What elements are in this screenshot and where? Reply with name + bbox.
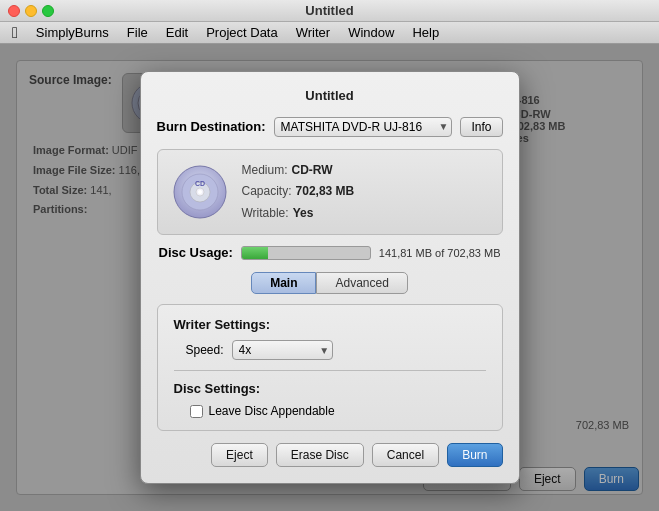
- leave-appendable-label: Leave Disc Appendable: [209, 404, 335, 418]
- erase-disc-button[interactable]: Erase Disc: [276, 443, 364, 467]
- menu-window[interactable]: Window: [340, 23, 402, 42]
- capacity-value: 702,83 MB: [296, 181, 355, 203]
- burn-button[interactable]: Burn: [447, 443, 502, 467]
- drive-select-wrapper[interactable]: MATSHITA DVD-R UJ-816 ▼: [274, 117, 453, 137]
- apple-menu[interactable]: : [4, 22, 26, 44]
- leave-appendable-checkbox[interactable]: [190, 405, 203, 418]
- title-bar: Untitled: [0, 0, 659, 22]
- app-window: Source Image: qt-: [0, 44, 659, 511]
- menu-bar:  SimplyBurns File Edit Project Data Wri…: [0, 22, 659, 44]
- menu-simplyburns[interactable]: SimplyBurns: [28, 23, 117, 42]
- progress-bar-container: [241, 246, 371, 260]
- speed-label: Speed:: [174, 343, 224, 357]
- eject-button[interactable]: Eject: [211, 443, 268, 467]
- dialog-overlay: Untitled Burn Destination: MATSHITA DVD-…: [0, 44, 659, 511]
- traffic-lights: [8, 5, 54, 17]
- tab-main[interactable]: Main: [251, 272, 316, 294]
- disc-details: Medium: CD-RW Capacity: 702,83 MB Writab…: [242, 160, 355, 225]
- disc-usage-row: Disc Usage: 141,81 MB of 702,83 MB: [157, 245, 503, 260]
- svg-text:CD: CD: [194, 180, 204, 187]
- capacity-label: Capacity:: [242, 181, 292, 203]
- dialog: Untitled Burn Destination: MATSHITA DVD-…: [140, 71, 520, 485]
- burn-destination-row: Burn Destination: MATSHITA DVD-R UJ-816 …: [157, 117, 503, 137]
- writable-label: Writable:: [242, 203, 289, 225]
- usage-text: 141,81 MB of 702,83 MB: [379, 247, 501, 259]
- close-button[interactable]: [8, 5, 20, 17]
- maximize-button[interactable]: [42, 5, 54, 17]
- menu-edit[interactable]: Edit: [158, 23, 196, 42]
- medium-label: Medium:: [242, 160, 288, 182]
- disc-usage-label: Disc Usage:: [159, 245, 233, 260]
- speed-row: Speed: 1x 2x 4x 8x Max ▼: [174, 340, 486, 360]
- separator: [174, 370, 486, 371]
- writable-value: Yes: [293, 203, 314, 225]
- menu-file[interactable]: File: [119, 23, 156, 42]
- tabs-row: Main Advanced: [157, 272, 503, 294]
- checkbox-row: Leave Disc Appendable: [190, 404, 486, 418]
- disc-settings-header: Disc Settings:: [174, 381, 486, 396]
- dialog-buttons: Eject Erase Disc Cancel Burn: [157, 443, 503, 467]
- speed-select-wrapper[interactable]: 1x 2x 4x 8x Max ▼: [232, 340, 334, 360]
- writer-settings-header: Writer Settings:: [174, 317, 486, 332]
- cancel-button[interactable]: Cancel: [372, 443, 439, 467]
- burn-destination-label: Burn Destination:: [157, 119, 266, 134]
- drive-select[interactable]: MATSHITA DVD-R UJ-816: [274, 117, 453, 137]
- info-button[interactable]: Info: [460, 117, 502, 137]
- dialog-title: Untitled: [157, 88, 503, 103]
- tab-content-main: Writer Settings: Speed: 1x 2x 4x 8x Max …: [157, 304, 503, 431]
- menu-project-data[interactable]: Project Data: [198, 23, 286, 42]
- progress-bar-fill: [242, 247, 268, 259]
- app-title-bar: Untitled: [305, 3, 353, 18]
- speed-select[interactable]: 1x 2x 4x 8x Max: [232, 340, 334, 360]
- medium-value: CD-RW: [292, 160, 333, 182]
- disc-info-section: CD Medium: CD-RW Capacity: 702,83 MB Wri…: [157, 149, 503, 236]
- svg-point-10: [198, 190, 202, 194]
- tab-advanced[interactable]: Advanced: [316, 272, 407, 294]
- menu-help[interactable]: Help: [404, 23, 447, 42]
- minimize-button[interactable]: [25, 5, 37, 17]
- menu-writer[interactable]: Writer: [288, 23, 338, 42]
- cd-icon: CD: [172, 164, 228, 220]
